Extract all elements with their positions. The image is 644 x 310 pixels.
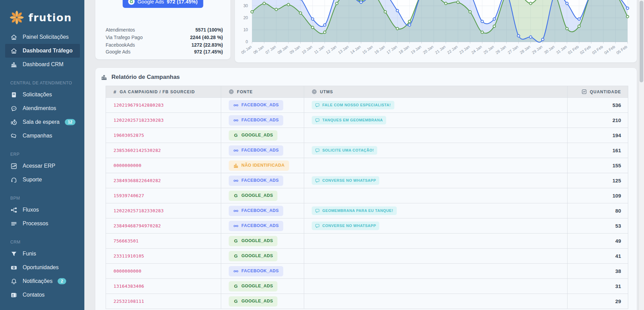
sidebar-item-dashboard-trafego[interactable]: Dashboard Tráfego bbox=[5, 44, 80, 58]
campaign-id-cell[interactable]: 756663501 bbox=[106, 234, 221, 249]
fonte-cell: FACEBOOK_ADS bbox=[221, 173, 304, 188]
chat-icon bbox=[10, 105, 17, 112]
campaign-report-title-text: Relatório de Campanhas bbox=[111, 74, 180, 81]
contact-card-icon bbox=[10, 291, 17, 299]
book-icon bbox=[10, 91, 17, 98]
sidebar-item-label: Acessar ERP bbox=[23, 163, 55, 169]
utm-cell: TANQUES EM GEOMEMBRANA bbox=[304, 113, 568, 128]
quantidade-cell: 536 bbox=[568, 98, 628, 113]
table-row: 23849368822640282FACEBOOK_ADSCONVERSE NO… bbox=[106, 173, 628, 188]
meta-icon bbox=[233, 178, 239, 183]
quantidade-cell: 31 bbox=[568, 279, 628, 294]
svg-text:17 Jan: 17 Jan bbox=[386, 45, 398, 55]
fonte-cell: GGOOGLE_ADS bbox=[221, 234, 304, 249]
sidebar-item-label: Notificações bbox=[23, 278, 52, 284]
sidebar-item-funis[interactable]: Funis bbox=[0, 247, 84, 261]
svg-text:25 Jan: 25 Jan bbox=[483, 45, 495, 55]
fonte-cell: FACEBOOK_ADS bbox=[221, 264, 304, 279]
traffic-line-chart[interactable]: 01020304005 Jan06 Jan07 Jan08 Jan09 Jan1… bbox=[235, 0, 637, 62]
utm-badge: FALE COM NOSSO ESPECIALISTA! bbox=[312, 101, 394, 109]
svg-text:08 Jan: 08 Jan bbox=[277, 45, 289, 55]
fonte-cell: GGOOGLE_ADS bbox=[221, 279, 304, 294]
sidebar-item-notificacoes[interactable]: Notificações2 bbox=[0, 274, 84, 288]
column-header-fonte[interactable]: FONTE bbox=[221, 86, 304, 98]
sidebar-item-acessar-erp[interactable]: Acessar ERP bbox=[0, 159, 84, 173]
utm-cell bbox=[304, 294, 568, 309]
hash-icon: # bbox=[114, 89, 117, 95]
sidebar-item-sala-de-espera[interactable]: Sala de espera12 bbox=[0, 115, 84, 129]
quantidade-cell: 109 bbox=[568, 188, 628, 203]
fonte-badge-google-ads: GGOOGLE_ADS bbox=[229, 130, 277, 141]
fonte-cell: GGOOGLE_ADS bbox=[221, 249, 304, 264]
sidebar-item-label: Processos bbox=[23, 220, 48, 227]
headset-icon bbox=[10, 176, 17, 183]
sidebar-nav: Painel SolicitaçõesDashboard TráfegoDash… bbox=[0, 29, 84, 302]
svg-text:04 Feb: 04 Feb bbox=[604, 45, 616, 55]
svg-text:G: G bbox=[234, 193, 238, 198]
column-label: GA CAMPAIGNID / FB SOURCEID bbox=[120, 90, 195, 94]
sidebar-item-label: Contatos bbox=[23, 292, 45, 298]
column-header-ga-campaignid-fb-sourceid[interactable]: #GA CAMPAIGNID / FB SOURCEID bbox=[106, 86, 221, 98]
sidebar-item-dashboard-crm[interactable]: Dashboard CRM bbox=[0, 58, 84, 71]
utm-cell bbox=[304, 249, 568, 264]
google-ads-legend-button[interactable]: G Google Ads 972 (17.45%) bbox=[123, 0, 203, 8]
campaign-id-cell[interactable]: 19603052875 bbox=[106, 128, 221, 143]
target-icon bbox=[229, 89, 234, 94]
table-row: 15939740627GGOOGLE_ADS109 bbox=[106, 188, 628, 203]
quantidade-cell: 125 bbox=[568, 173, 628, 188]
campaign-id-cell[interactable]: 0000000000 bbox=[106, 264, 221, 279]
quantidade-cell: 210 bbox=[568, 113, 628, 128]
sidebar-item-oportunidades[interactable]: Oportunidades bbox=[0, 261, 84, 274]
vertical-scrollbar[interactable] bbox=[639, 0, 644, 310]
table-row: 120219679142880283FACEBOOK_ADSFALE COM N… bbox=[106, 98, 628, 113]
fonte-badge-google-ads: GGOOGLE_ADS bbox=[229, 251, 277, 261]
svg-text:20 Jan: 20 Jan bbox=[422, 45, 434, 55]
utm-badge: TANQUES EM GEOMEMBRANA bbox=[312, 116, 386, 124]
sidebar-item-atendimentos[interactable]: Atendimentos bbox=[0, 102, 84, 115]
sidebar-item-processos[interactable]: Processos bbox=[0, 217, 84, 230]
campaign-id-cell[interactable]: 23849468794970282 bbox=[106, 218, 221, 234]
quantidade-cell: 49 bbox=[568, 234, 628, 249]
logo[interactable]: frution bbox=[0, 0, 84, 29]
campaign-report-card: Relatório de Campanhas #GA CAMPAIGNID / … bbox=[95, 68, 637, 310]
google-g-icon: G bbox=[233, 238, 239, 244]
fonte-badge-facebook-ads: FACEBOOK_ADS bbox=[229, 115, 283, 126]
sidebar-item-suporte[interactable]: Suporte bbox=[0, 173, 84, 187]
campaign-id-cell[interactable]: 15939740627 bbox=[106, 188, 221, 203]
sidebar-item-label: Fluxos bbox=[23, 207, 39, 213]
utm-cell bbox=[304, 158, 568, 173]
quantidade-cell: 29 bbox=[568, 294, 628, 309]
sidebar-item-campanhas[interactable]: Campanhas bbox=[0, 129, 84, 143]
sidebar-item-solicitacoes[interactable]: Solicitações bbox=[0, 88, 84, 102]
campaign-id-cell[interactable]: 23853602142530282 bbox=[106, 143, 221, 158]
campaign-id-cell[interactable]: 23311910105 bbox=[106, 249, 221, 264]
home-icon bbox=[10, 34, 17, 41]
utm-cell: FALE COM NOSSO ESPECIALISTA! bbox=[304, 98, 568, 113]
chart-icon bbox=[582, 89, 587, 94]
traffic-stats-card: G Google Ads 972 (17.45%) Atendimentos 5… bbox=[95, 0, 230, 59]
chat-window-icon bbox=[315, 148, 320, 153]
column-header-utms[interactable]: UTMS bbox=[304, 86, 568, 98]
campaign-id-cell[interactable]: 120220257182330283 bbox=[106, 203, 221, 218]
utm-badge: CONVERSE NO WHATSAPP bbox=[312, 222, 379, 230]
svg-text:0: 0 bbox=[246, 39, 248, 44]
campaign-id-cell[interactable]: 13164383406 bbox=[106, 279, 221, 294]
campaign-id-cell[interactable]: 22532108111 bbox=[106, 294, 221, 309]
sidebar-item-contatos[interactable]: Contatos bbox=[0, 288, 84, 302]
sidebar-item-label: Atendimentos bbox=[23, 105, 56, 111]
sidebar-item-label: Funis bbox=[23, 251, 36, 257]
fonte-badge-facebook-ads: FACEBOOK_ADS bbox=[229, 176, 283, 186]
campaign-id-cell[interactable]: 120219679142880283 bbox=[106, 98, 221, 113]
campaign-table-header: #GA CAMPAIGNID / FB SOURCEIDFONTEUTMSQUA… bbox=[106, 86, 628, 98]
campaign-id-cell[interactable]: 120220257182330283 bbox=[106, 113, 221, 128]
sidebar-item-fluxos[interactable]: Fluxos bbox=[0, 203, 84, 217]
meta-icon bbox=[233, 103, 239, 108]
campaign-id-cell[interactable]: 0000000000 bbox=[106, 158, 221, 173]
campaign-id-cell[interactable]: 23849368822640282 bbox=[106, 173, 221, 188]
sidebar-item-painel-solicitacoes[interactable]: Painel Solicitações bbox=[0, 30, 84, 44]
scrollbar-thumb[interactable] bbox=[640, 1, 643, 82]
quantidade-cell: 161 bbox=[568, 143, 628, 158]
home-icon bbox=[10, 47, 17, 55]
svg-text:14 Jan: 14 Jan bbox=[349, 45, 361, 55]
column-header-quantidade[interactable]: QUANTIDADE bbox=[568, 86, 628, 98]
